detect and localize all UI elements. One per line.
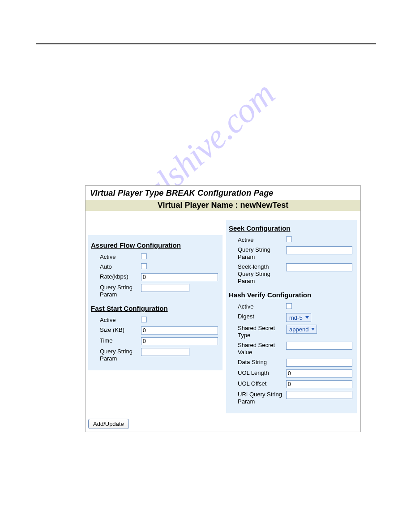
hash-sst-select[interactable]: append: [286, 325, 317, 334]
faststart-qsp-input[interactable]: [141, 348, 189, 356]
divider: [36, 43, 376, 44]
hash-uolo-input[interactable]: [286, 380, 352, 388]
faststart-time-label: Time: [100, 337, 141, 344]
hash-digest-value: md-5: [289, 314, 303, 321]
assured-active-checkbox[interactable]: [141, 253, 147, 259]
hash-ssv-label: Shared Secret Value: [238, 342, 286, 356]
hash-uoll-input[interactable]: [286, 369, 352, 378]
hash-active-checkbox[interactable]: [286, 303, 292, 309]
chevron-down-icon: [311, 328, 315, 330]
hash-verify-heading: Hash Verify Configuration: [229, 291, 354, 299]
faststart-time-input[interactable]: [141, 337, 218, 345]
hash-uriqsp-label: URI Query String Param: [238, 391, 286, 405]
add-update-button[interactable]: Add/Update: [88, 419, 129, 429]
faststart-active-label: Active: [100, 317, 141, 324]
right-column: Seek Configuration Active Query String P…: [226, 220, 357, 413]
hash-sst-label: Shared Secret Type: [238, 325, 286, 339]
fast-start-heading: Fast Start Configuration: [91, 305, 220, 312]
seek-heading: Seek Configuration: [229, 224, 354, 232]
hash-active-label: Active: [238, 303, 286, 310]
player-name-bar: Virtual Player Name : newNewTest: [86, 200, 360, 211]
hash-ssv-input[interactable]: [286, 342, 352, 350]
assured-qsp-label: Query String Param: [100, 284, 141, 298]
seek-active-label: Active: [238, 236, 286, 244]
hash-digest-select[interactable]: md-5: [286, 313, 311, 322]
assured-rate-input[interactable]: [141, 273, 218, 281]
config-panel: Virtual Player Type BREAK Configuration …: [85, 185, 361, 432]
hash-uriqsp-input[interactable]: [286, 391, 352, 399]
assured-active-label: Active: [100, 253, 141, 261]
page-title: Virtual Player Type BREAK Configuration …: [90, 189, 356, 198]
assured-auto-checkbox[interactable]: [141, 263, 147, 269]
hash-digest-label: Digest: [238, 313, 286, 320]
chevron-down-icon: [305, 316, 309, 319]
assured-flow-heading: Assured Flow Configuration: [91, 241, 220, 249]
seek-slqsp-label: Seek-length Query String Param: [238, 263, 286, 285]
faststart-qsp-label: Query String Param: [100, 348, 141, 362]
faststart-active-checkbox[interactable]: [141, 317, 147, 322]
hash-ds-label: Data String: [238, 359, 286, 366]
hash-ds-input[interactable]: [286, 359, 352, 367]
seek-qsp-label: Query String Param: [238, 246, 286, 261]
assured-rate-label: Rate(kbps): [100, 273, 141, 280]
faststart-size-label: Size (KB): [100, 326, 141, 334]
seek-slqsp-input[interactable]: [286, 263, 352, 271]
assured-auto-label: Auto: [100, 263, 141, 270]
hash-uoll-label: UOL Length: [238, 369, 286, 377]
assured-qsp-input[interactable]: [141, 284, 189, 292]
seek-active-checkbox[interactable]: [286, 236, 292, 242]
seek-qsp-input[interactable]: [286, 246, 352, 254]
left-column: Assured Flow Configuration Active Auto R…: [88, 235, 223, 370]
hash-uolo-label: UOL Offset: [238, 380, 286, 387]
faststart-size-input[interactable]: [141, 326, 218, 335]
hash-sst-value: append: [289, 326, 308, 333]
